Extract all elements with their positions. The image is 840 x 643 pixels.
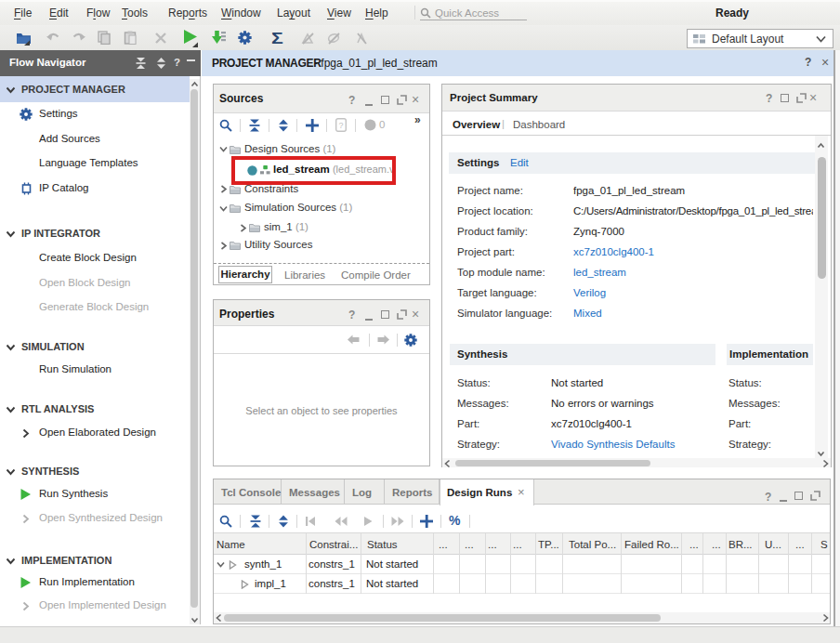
svg-text:?: ? [338, 121, 343, 130]
